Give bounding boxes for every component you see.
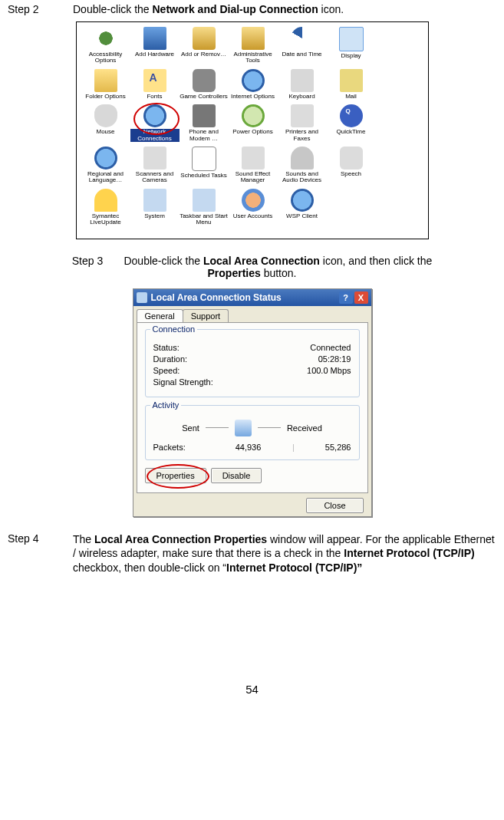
- cp-item-label: Add or Remov…: [180, 51, 229, 58]
- cp-item-label: Network Connections: [130, 129, 180, 142]
- tab-general[interactable]: General: [137, 309, 183, 322]
- print-icon: [291, 104, 314, 127]
- close-dialog-button[interactable]: Close: [306, 498, 363, 513]
- window-title: Local Area Connection Status: [151, 292, 282, 303]
- cp-item[interactable]: Regional and Language…: [81, 147, 130, 184]
- cp-item-label: Mouse: [81, 129, 130, 135]
- sounds-icon: [291, 147, 314, 170]
- cp-item[interactable]: QuickTime: [327, 104, 376, 142]
- game-icon: [193, 69, 216, 92]
- cp-item[interactable]: Power Options: [229, 104, 278, 142]
- cp-item[interactable]: Network Connections: [130, 104, 180, 142]
- speed-value: 100.0 Mbps: [282, 366, 351, 375]
- cp-item-label: Phone and Modem …: [180, 129, 229, 142]
- cp-item[interactable]: Game Controllers: [180, 69, 229, 100]
- signal-label: Signal Strength:: [153, 377, 282, 387]
- taskbar-icon: [193, 189, 216, 212]
- cp-item[interactable]: Add Hardware: [130, 27, 180, 64]
- step4-text: The Local Area Connection Properties win…: [73, 532, 496, 576]
- cp-item[interactable]: User Accounts: [229, 189, 278, 226]
- cp-item[interactable]: Mail: [327, 69, 376, 100]
- cp-item[interactable]: Display: [327, 27, 376, 64]
- packets-sent: 44,936: [207, 443, 290, 452]
- connection-group: Connection Status:Connected Duration:05:…: [145, 329, 360, 397]
- received-label: Received: [287, 423, 322, 433]
- cp-item-label: Speech: [327, 171, 376, 177]
- cp-item[interactable]: Taskbar and Start Menu: [180, 189, 229, 226]
- activity-icon: [235, 420, 252, 436]
- scanner-icon: [143, 147, 166, 170]
- sched-icon: [192, 147, 216, 171]
- cp-item[interactable]: Internet Options: [229, 69, 278, 100]
- fonts-icon: [143, 69, 166, 92]
- qt-icon: [340, 104, 363, 127]
- cp-item-label: Fonts: [130, 94, 180, 100]
- speed-label: Speed:: [153, 366, 282, 375]
- cp-item-label: Display: [327, 53, 376, 59]
- cp-item[interactable]: Folder Options: [81, 69, 130, 100]
- step3-line: Step 3 Double-click the Local Area Conne…: [15, 255, 490, 279]
- cp-item[interactable]: Accessibility Options: [81, 27, 130, 64]
- cp-item-label: Keyboard: [278, 94, 327, 100]
- wsp-icon: [291, 189, 314, 212]
- cp-item[interactable]: Mouse: [81, 104, 130, 142]
- disable-button[interactable]: Disable: [211, 468, 262, 483]
- cp-item[interactable]: Symantec LiveUpdate: [81, 189, 130, 226]
- user-icon: [242, 189, 265, 212]
- access-icon: [94, 27, 117, 50]
- step4-line: Step 4 The Local Area Connection Propert…: [8, 532, 496, 576]
- cp-item-label: Accessibility Options: [81, 51, 130, 64]
- cp-item-label: Scheduled Tasks: [180, 173, 229, 179]
- tab-support[interactable]: Support: [183, 309, 229, 322]
- cp-item[interactable]: Keyboard: [278, 69, 327, 100]
- cp-item[interactable]: Scheduled Tasks: [180, 147, 229, 184]
- cp-item[interactable]: WSP Client: [278, 189, 327, 226]
- window-icon: [137, 292, 147, 303]
- cp-item-label: QuickTime: [327, 129, 376, 135]
- control-panel-window: Accessibility OptionsAdd HardwareAdd or …: [76, 21, 429, 239]
- addhw-icon: [143, 27, 166, 50]
- cp-item[interactable]: Fonts: [130, 69, 180, 100]
- tabs: General Support: [137, 309, 371, 322]
- cp-item-label: Symantec LiveUpdate: [81, 213, 130, 226]
- cp-item-label: Printers and Faxes: [278, 129, 327, 142]
- cp-item[interactable]: System: [130, 189, 180, 226]
- activity-group-title: Activity: [150, 400, 182, 410]
- inet-icon: [242, 69, 265, 92]
- close-button[interactable]: X: [354, 291, 368, 304]
- titlebar: Local Area Connection Status ? X: [133, 289, 371, 306]
- cp-item-label: Administrative Tools: [229, 51, 278, 64]
- help-button[interactable]: ?: [339, 291, 353, 304]
- cp-item[interactable]: Printers and Faxes: [278, 104, 327, 142]
- duration-value: 05:28:19: [282, 354, 351, 364]
- cp-item-label: Sounds and Audio Devices: [278, 171, 327, 184]
- cp-item[interactable]: Sounds and Audio Devices: [278, 147, 327, 184]
- folder-icon: [94, 69, 117, 92]
- cp-item-label: WSP Client: [278, 213, 327, 219]
- button-row: Properties Disable: [145, 468, 360, 483]
- speech-icon: [340, 147, 363, 170]
- cp-item-label: System: [130, 213, 180, 219]
- cp-item-label: Sound Effect Manager: [229, 171, 278, 184]
- cp-item[interactable]: Phone and Modem …: [180, 104, 229, 142]
- step2-label: Step 2: [8, 3, 73, 15]
- properties-button[interactable]: Properties: [145, 468, 206, 483]
- cp-item[interactable]: Speech: [327, 147, 376, 184]
- sent-label: Sent: [182, 423, 199, 433]
- cp-item[interactable]: Date and Time: [278, 27, 327, 64]
- status-value: Connected: [282, 343, 351, 352]
- cp-item[interactable]: Sound Effect Manager: [229, 147, 278, 184]
- sym-icon: [94, 189, 117, 212]
- activity-group: Activity Sent Received Packets: 44,936 |…: [145, 405, 360, 460]
- cp-item[interactable]: Add or Remov…: [180, 27, 229, 64]
- cp-item-label: Mail: [327, 94, 376, 100]
- status-label: Status:: [153, 343, 282, 352]
- cp-item-label: Date and Time: [278, 51, 327, 58]
- addrem-icon: [193, 27, 216, 50]
- general-panel: Connection Status:Connected Duration:05:…: [137, 322, 368, 493]
- cp-item-label: Internet Options: [229, 94, 278, 100]
- cp-item[interactable]: Scanners and Cameras: [130, 147, 180, 184]
- power-icon: [242, 104, 265, 127]
- system-icon: [143, 189, 166, 212]
- cp-item[interactable]: Administrative Tools: [229, 27, 278, 64]
